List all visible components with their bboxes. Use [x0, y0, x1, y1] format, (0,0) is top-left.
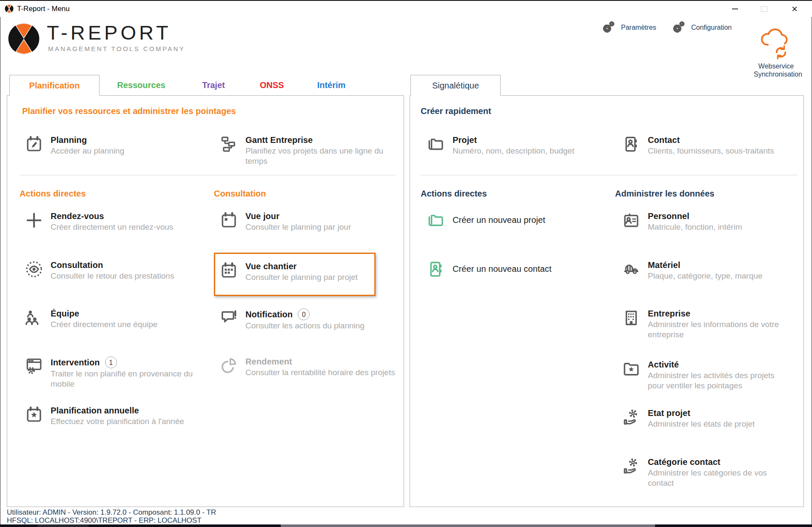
window-gear-icon	[25, 357, 43, 375]
id-badge-icon	[622, 211, 640, 229]
maximize-icon	[761, 6, 767, 12]
folder-star-icon	[622, 360, 640, 378]
settings-button[interactable]: Paramètres	[602, 20, 656, 34]
menu-item-personnel[interactable]: PersonnelMatricule, fonction, intérim	[622, 211, 742, 232]
configuration-label: Configuration	[691, 24, 732, 31]
eye-icon	[25, 260, 43, 278]
status-line-database: HFSQL: LOCALHOST:4900\TREPORT - ERP: LOC…	[7, 516, 216, 524]
section-heading-consultation: Consultation	[214, 189, 266, 199]
app-logo-icon	[5, 4, 14, 13]
menu-item-materiel[interactable]: MatérielPlaque, catégorie, type, marque	[622, 260, 762, 281]
menu-item-activite[interactable]: ActivitéAdministrer les activités des pr…	[622, 359, 780, 391]
section-heading-actions-directes: Actions directes	[20, 189, 86, 199]
window-title: T-Report - Menu	[17, 5, 70, 13]
tab-trajet[interactable]: Trajet	[188, 75, 239, 96]
menu-item-equipe[interactable]: ÉquipeCréer directement une équipe	[25, 308, 157, 330]
gantt-icon	[220, 135, 238, 153]
menu-item-etat-projet[interactable]: Etat projetAdministrer les états de proj…	[622, 408, 780, 429]
menu-item-consultation[interactable]: ConsultationConsulter le retour des pres…	[25, 260, 174, 281]
menu-item-vue-chantier[interactable]: Vue chantierConsulter le planning par pr…	[220, 261, 358, 282]
maximize-button[interactable]	[753, 1, 775, 17]
brand-name: T-REPORT	[47, 22, 171, 43]
signaletique-panel	[410, 95, 804, 507]
tab-signaletique[interactable]: Signalétique	[410, 75, 501, 96]
tab-onss[interactable]: ONSS	[251, 75, 293, 96]
webservice-label-line2: Synchronisation	[754, 70, 798, 78]
cloud-sync-icon	[759, 26, 794, 60]
menu-item-creer-nouveau-projet[interactable]: Créer un nouveau projet	[427, 211, 545, 229]
tab-interim[interactable]: Intérim	[306, 75, 357, 96]
menu-item-planification-annuelle[interactable]: Planification annuelleEffectuez votre pl…	[25, 405, 184, 427]
menu-item-contact[interactable]: ContactClients, fournisseurs, sous-trait…	[622, 135, 774, 156]
taskbar-segment	[281, 524, 655, 527]
folder-icon	[427, 135, 445, 153]
calendar-grid-icon	[220, 262, 238, 279]
section-heading-creer-rapidement: Créer rapidement	[421, 106, 491, 116]
team-icon	[25, 309, 43, 327]
gear-hand-icon	[622, 408, 640, 426]
building-icon	[622, 309, 640, 327]
folder-green-icon	[427, 211, 445, 229]
taskbar-sliver	[0, 524, 812, 527]
minimize-button[interactable]	[724, 1, 746, 17]
menu-item-intervention[interactable]: Intervention1 Traiter le non planifié en…	[25, 356, 194, 389]
minimize-icon	[732, 9, 738, 9]
menu-item-notification[interactable]: Notification0 Consulter les actions du p…	[220, 308, 365, 331]
menu-item-rendez-vous[interactable]: Rendez-vousCréer directement un rendez-v…	[25, 211, 173, 232]
gears-icon	[602, 20, 615, 34]
left-panel-divider	[20, 175, 396, 175]
chat-exclamation-icon	[220, 309, 238, 327]
plus-icon	[25, 211, 43, 229]
calendar-star-icon	[25, 406, 43, 424]
section-heading-actions-directes-right: Actions directes	[421, 189, 487, 199]
menu-item-rendement[interactable]: RendementConsulter la rentabilité horair…	[220, 356, 395, 378]
configuration-button[interactable]: Configuration	[672, 20, 732, 34]
tab-ressources[interactable]: Ressources	[111, 75, 171, 96]
menu-item-entreprise[interactable]: EntrepriseAdministrer les informations d…	[622, 308, 780, 340]
webservice-label-line1: Webservice	[754, 62, 798, 70]
truck-icon	[622, 260, 640, 278]
gear-hand-icon	[622, 457, 640, 475]
menu-item-vue-jour[interactable]: Vue jourConsulter le planning par jour	[220, 211, 351, 232]
status-bar: Utilisateur: ADMIN - Version: 1.9.72.0 -…	[7, 508, 216, 524]
menu-item-planning[interactable]: PlanningAccéder au planning	[25, 135, 124, 156]
brand-logo-icon	[8, 23, 40, 55]
intervention-count-badge: 1	[105, 356, 117, 368]
contact-card-icon	[622, 135, 640, 153]
settings-label: Paramètres	[621, 24, 656, 31]
section-heading-planifier: Planifier vos ressources et administrer …	[22, 106, 236, 116]
section-heading-administrer-donnees: Administrer les données	[615, 189, 714, 199]
menu-item-categorie-contact[interactable]: Catégorie contactAdministrer les catégor…	[622, 457, 780, 488]
close-button[interactable]: ×	[784, 1, 806, 17]
close-icon: ×	[792, 5, 798, 13]
pie-chart-icon	[220, 357, 238, 375]
menu-item-gantt-entreprise[interactable]: Gantt EntreprisePlanifiez vos projets da…	[220, 135, 384, 166]
right-panel-divider	[421, 175, 798, 175]
calendar-pencil-icon	[25, 135, 43, 153]
webservice-sync-button[interactable]: Webservice Synchronisation	[754, 26, 798, 78]
notification-count-badge: 0	[298, 308, 310, 320]
app-window: T-Report - Menu × T-REPORT MANAGEMENT TO…	[0, 0, 812, 527]
status-line-user-version: Utilisateur: ADMIN - Version: 1.9.72.0 -…	[7, 508, 216, 516]
title-bar: T-Report - Menu ×	[0, 1, 812, 17]
menu-item-creer-nouveau-contact[interactable]: Créer un nouveau contact	[427, 260, 552, 278]
menu-item-projet[interactable]: ProjetNuméro, nom, description, budget	[427, 135, 574, 156]
calendar-day-icon	[220, 211, 238, 229]
contact-card-green-icon	[427, 260, 445, 278]
taskbar-segment	[37, 524, 88, 527]
brand-tagline: MANAGEMENT TOOLS COMPANY	[48, 45, 185, 52]
gears-icon	[672, 20, 685, 34]
tab-planification[interactable]: Planification	[9, 75, 100, 96]
